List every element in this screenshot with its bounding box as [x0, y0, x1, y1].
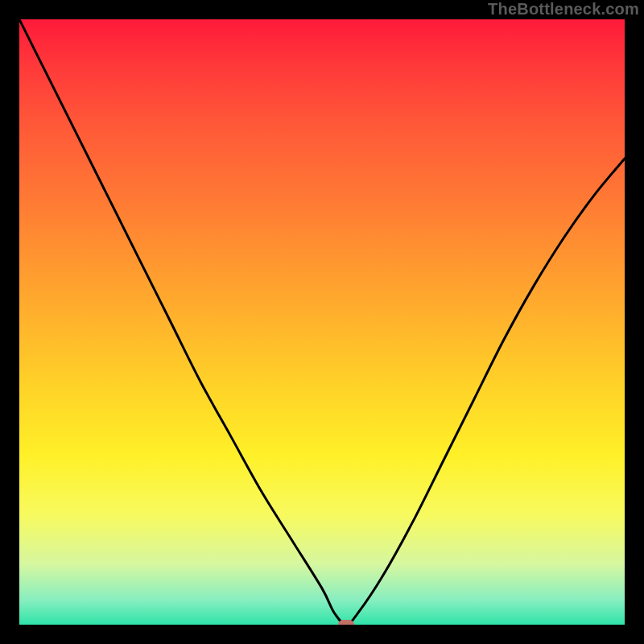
bottleneck-curve: [19, 19, 625, 625]
watermark-text: TheBottleneck.com: [488, 0, 639, 19]
minimum-marker: [338, 620, 354, 625]
plot-area: [19, 19, 625, 625]
chart-frame: TheBottleneck.com: [0, 0, 644, 644]
